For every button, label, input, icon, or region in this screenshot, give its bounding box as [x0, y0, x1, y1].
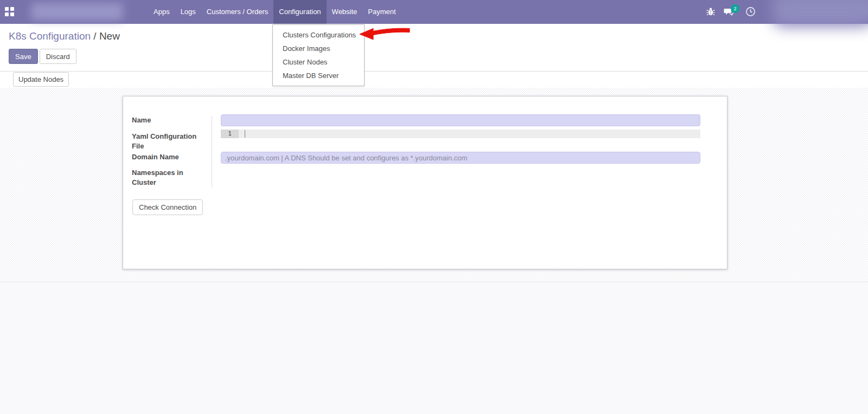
breadcrumb: K8s Configuration / New	[9, 30, 120, 42]
nav-item-website[interactable]: Website	[327, 0, 363, 24]
form-sheet: Name Yaml Configuration File 1 Domain Na…	[123, 96, 727, 269]
red-annotation-arrow	[355, 23, 412, 46]
statusbar: Update Nodes	[0, 72, 868, 88]
grid-square	[5, 12, 9, 16]
user-menu-redacted-blur[interactable]	[773, 0, 868, 27]
breadcrumb-separator: /	[93, 30, 96, 42]
label-field-separator	[212, 116, 212, 187]
page-footer-area	[0, 283, 868, 414]
bug-icon[interactable]	[706, 7, 715, 18]
control-panel: K8s Configuration / New Save Discard	[0, 24, 868, 72]
yaml-code-editor[interactable]: 1	[221, 130, 700, 138]
discard-button[interactable]: Discard	[40, 49, 76, 64]
menu-item-docker-images[interactable]: Docker Images	[273, 42, 364, 55]
messages-count-badge[interactable]: 2	[731, 4, 739, 13]
nav-item-payment[interactable]: Payment	[362, 0, 401, 24]
configuration-dropdown-menu: Clusters Configurations Docker Images Cl…	[272, 24, 365, 86]
update-nodes-button[interactable]: Update Nodes	[13, 72, 69, 87]
nav-item-apps[interactable]: Apps	[148, 0, 175, 24]
activities-clock-icon[interactable]	[745, 7, 756, 19]
grid-square	[10, 12, 14, 16]
grid-square	[5, 7, 9, 11]
navbar-menu: Apps Logs Customers / Orders Configurati…	[148, 0, 401, 24]
grid-square	[10, 7, 14, 11]
menu-item-master-db-server[interactable]: Master DB Server	[273, 69, 364, 82]
breadcrumb-parent-link[interactable]: K8s Configuration	[9, 30, 91, 42]
nav-item-customers-orders[interactable]: Customers / Orders	[201, 0, 273, 24]
yaml-configuration-file-label: Yaml Configuration File	[132, 132, 209, 151]
form-action-buttons: Save Discard	[9, 49, 76, 64]
editor-text-cursor	[245, 130, 245, 138]
nav-item-logs[interactable]: Logs	[175, 0, 201, 24]
editor-line-number: 1	[221, 130, 239, 138]
content-area: Name Yaml Configuration File 1 Domain Na…	[0, 88, 868, 282]
breadcrumb-current: New	[99, 30, 120, 42]
check-connection-button[interactable]: Check Connection	[132, 199, 203, 215]
apps-menu-grid-icon[interactable]	[5, 7, 14, 16]
name-field-label: Name	[132, 115, 209, 125]
nav-item-configuration[interactable]: Configuration	[273, 0, 326, 24]
menu-item-cluster-nodes[interactable]: Cluster Nodes	[273, 55, 364, 69]
namespaces-in-cluster-label: Namespaces in Cluster	[132, 168, 209, 187]
top-navbar: Apps Logs Customers / Orders Configurati…	[0, 0, 868, 24]
menu-item-clusters-configurations[interactable]: Clusters Configurations	[273, 28, 364, 42]
save-button[interactable]: Save	[9, 49, 38, 64]
name-input[interactable]	[221, 114, 700, 126]
domain-name-field-label: Domain Name	[132, 152, 209, 162]
domain-name-input[interactable]	[221, 152, 700, 164]
app-name-redacted-blur	[31, 3, 123, 21]
